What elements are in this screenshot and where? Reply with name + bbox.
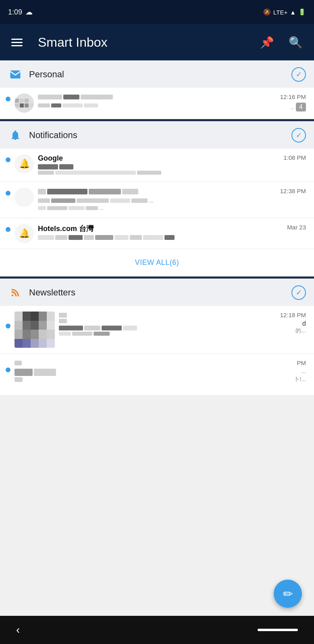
email-avatar [15, 188, 34, 207]
email-avatar: 🔔 [15, 154, 34, 173]
status-right: 🔕 LTE+ ▲ 🔋 [263, 8, 306, 16]
email-avatar [15, 93, 34, 113]
email-content: 12:38 PM ... ... [38, 188, 306, 212]
unread-dot [6, 227, 10, 232]
home-indicator[interactable] [258, 629, 298, 631]
email-row-2-line2: ... [38, 205, 306, 211]
rss-icon [8, 285, 23, 300]
personal-section-header: Personal ✓ [0, 60, 314, 88]
thread-count: 4 [296, 103, 306, 111]
personal-label: Personal [29, 69, 291, 80]
search-button[interactable]: 🔍 [285, 33, 306, 52]
personal-email-row[interactable]: 12:16 PM .. 4 [0, 88, 314, 119]
newsletter-text-2: PM ... 卜!... [15, 359, 306, 383]
status-time: 1:09 [8, 8, 22, 17]
newsletter-snippet-4: 卜!... [294, 376, 306, 383]
bottom-nav: ‹ [0, 616, 314, 644]
newsletter-row-2[interactable]: PM ... 卜!... [0, 354, 314, 396]
email-subject-blurred [38, 164, 306, 169]
email-header-row: 12:38 PM [38, 188, 306, 196]
newsletter-snippet: d [280, 320, 306, 327]
unread-dot [6, 191, 10, 196]
carrier-label: LTE+ [273, 9, 287, 16]
check-icon: ✓ [296, 131, 302, 140]
page-title: Smart Inbox [38, 35, 249, 50]
email-time: 12:16 PM [280, 93, 306, 100]
newsletter-row-1[interactable]: 12:18 PM d 的... [0, 306, 314, 354]
battery-icon: 🔋 [298, 8, 306, 16]
cloud-icon: ☁ [25, 8, 33, 17]
newsletter-content-2: PM ... 卜!... [15, 359, 306, 383]
newsletter-time: 12:18 PM [280, 312, 306, 318]
menu-button[interactable] [8, 35, 26, 50]
notifications-label: Notifications [29, 130, 291, 140]
ellipsis: .. [290, 104, 293, 110]
email-header-row: Google 1:08 PM [38, 154, 306, 163]
check-icon: ✓ [296, 288, 302, 297]
notifications-check[interactable]: ✓ [291, 128, 306, 142]
unread-dot [6, 157, 10, 162]
newsletters-check[interactable]: ✓ [291, 285, 306, 300]
email-preview-blurred [38, 171, 306, 175]
hamburger-line [11, 45, 23, 46]
email-time: 1:08 PM [283, 154, 306, 161]
hamburger-line [11, 39, 23, 40]
notifications-icon [8, 128, 23, 142]
newsletter-content: 12:18 PM d 的... [15, 312, 306, 348]
view-all-text: VIEW ALL(6) [135, 258, 179, 267]
email-time: 12:38 PM [280, 188, 306, 194]
google-email-row[interactable]: 🔔 Google 1:08 PM [0, 149, 314, 182]
unread-dot [6, 324, 10, 328]
email-content: 12:16 PM .. 4 [38, 93, 306, 113]
check-icon: ✓ [296, 70, 302, 79]
email-header-row: 12:16 PM .. 4 [38, 93, 306, 111]
status-left: 1:09 ☁ [8, 8, 33, 17]
personal-icon [8, 67, 23, 82]
newsletter-time-2: PM [294, 359, 306, 366]
email-time: Mar 23 [287, 224, 306, 231]
newsletter-snippet-3: ... [294, 368, 306, 374]
newsletters-label: Newsletters [29, 287, 291, 298]
top-bar: Smart Inbox 📌 🔍 [0, 24, 314, 60]
status-bar: 1:09 ☁ 🔕 LTE+ ▲ 🔋 [0, 0, 314, 24]
email-content: Hotels.com 台灣 Mar 23 [38, 224, 306, 241]
notifications-section-header: Notifications ✓ [0, 121, 314, 149]
notification-email-row-2[interactable]: 12:38 PM ... ... [0, 182, 314, 218]
view-all-button[interactable]: VIEW ALL(6) [0, 249, 314, 277]
unread-dot [6, 97, 10, 101]
personal-check[interactable]: ✓ [291, 67, 306, 82]
email-avatar: 🔔 [15, 224, 34, 243]
svg-point-1 [12, 294, 14, 296]
email-blurred-content [38, 93, 113, 109]
email-header-row: Hotels.com 台灣 Mar 23 [38, 224, 306, 233]
mute-icon: 🔕 [263, 8, 271, 16]
unread-dot [6, 367, 10, 372]
newsletter-image [15, 312, 55, 348]
hamburger-line [11, 42, 23, 43]
email-sender: Google [38, 154, 63, 163]
compose-fab[interactable]: ✏ [274, 580, 302, 608]
pin-button[interactable]: 📌 [257, 33, 277, 52]
email-content: Google 1:08 PM [38, 154, 306, 176]
email-sender: Hotels.com 台灣 [38, 224, 94, 233]
hotels-preview [38, 235, 306, 240]
hotels-email-row[interactable]: 🔔 Hotels.com 台灣 Mar 23 [0, 218, 314, 249]
signal-icon: ▲ [290, 9, 296, 16]
newsletters-section-header: Newsletters ✓ [0, 279, 314, 306]
email-row-2-line1: ... [38, 197, 306, 204]
back-button[interactable]: ‹ [16, 623, 20, 636]
newsletter-text: 12:18 PM d 的... [59, 312, 306, 348]
newsletter-snippet-2: 的... [280, 327, 306, 334]
compose-icon: ✏ [283, 587, 293, 601]
